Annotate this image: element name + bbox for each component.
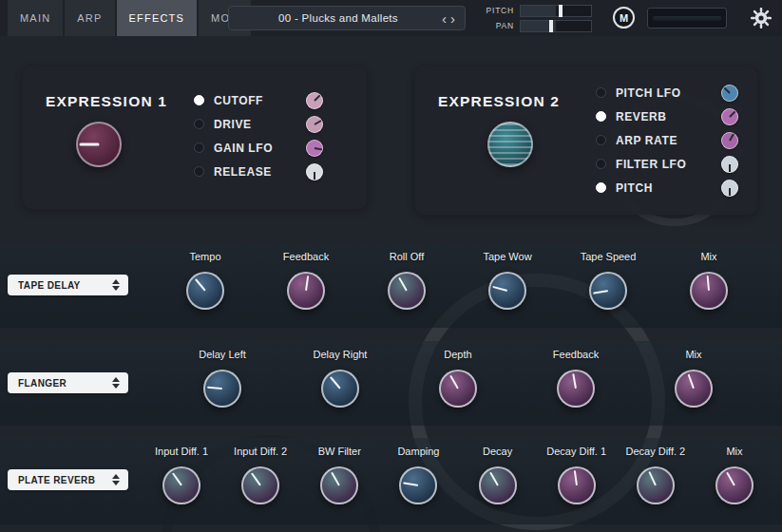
option-radio[interactable] xyxy=(194,142,204,153)
master-slider[interactable] xyxy=(647,8,727,28)
fx-row-flanger: FLANGER Delay LeftDelay RightDepthFeedba… xyxy=(0,341,782,426)
top-bar: MAINARPEFFECTSMOD 00 - Plucks and Mallet… xyxy=(0,0,782,36)
mute-button[interactable]: M xyxy=(613,7,635,28)
expression-option-filter-lfo[interactable]: FILTER LFO xyxy=(596,152,738,176)
knob-decay-diff-2[interactable] xyxy=(637,466,675,504)
knob-label: Delay Left xyxy=(199,349,246,364)
fx-selector-label: FLANGER xyxy=(18,378,67,389)
knob-input-diff-2[interactable] xyxy=(241,466,279,504)
knob-delay-right[interactable] xyxy=(321,370,359,408)
knob-cell: Decay Diff. 2 xyxy=(618,446,694,504)
updown-arrows-icon xyxy=(112,279,120,291)
knob-mix[interactable] xyxy=(715,466,753,504)
expression-option-drive[interactable]: DRIVE xyxy=(194,112,323,136)
option-radio[interactable] xyxy=(596,135,606,145)
option-knob[interactable] xyxy=(306,116,323,133)
expression1-options: CUTOFFDRIVEGAIN LFORELEASE xyxy=(194,88,323,183)
expression1-knob[interactable] xyxy=(76,122,122,167)
knob-tape-speed[interactable] xyxy=(589,272,627,310)
knob-needle xyxy=(707,276,710,291)
preset-prev-icon[interactable]: ‹ xyxy=(440,11,448,26)
knob-label: Delay Right xyxy=(314,349,368,364)
knob-decay[interactable] xyxy=(479,466,517,504)
knob-cell: Decay xyxy=(460,446,536,504)
knob-cell: Tape Speed xyxy=(566,251,650,310)
option-radio[interactable] xyxy=(596,87,606,98)
updown-arrows-icon xyxy=(112,377,120,389)
option-knob[interactable] xyxy=(306,163,323,180)
knob-needle xyxy=(489,472,499,486)
fx-selector-plate-reverb[interactable]: PLATE REVERB xyxy=(8,469,128,490)
knob-label: BW Filter xyxy=(318,446,361,461)
knob-cell: Roll Off xyxy=(365,251,448,310)
option-knob[interactable] xyxy=(721,180,738,197)
plugin-window: MAINARPEFFECTSMOD 00 - Plucks and Mallet… xyxy=(0,0,782,532)
knob-label: Decay Diff. 2 xyxy=(625,446,685,461)
expression-option-release[interactable]: RELEASE xyxy=(194,160,323,183)
fx-selector-label: PLATE REVERB xyxy=(18,475,95,485)
knob-needle xyxy=(251,472,261,485)
option-radio[interactable] xyxy=(194,119,204,129)
knob-cell: Mix xyxy=(696,446,772,504)
master-slider-slot xyxy=(653,16,721,21)
knob-cell: Depth xyxy=(416,349,500,408)
knob-cell: BW Filter xyxy=(301,446,377,504)
knob-needle xyxy=(492,286,507,292)
knob-needle xyxy=(207,387,222,390)
knob-needle xyxy=(688,374,695,390)
knob-input-diff-1[interactable] xyxy=(162,466,200,504)
knob-needle xyxy=(172,472,182,485)
expression2-knob[interactable] xyxy=(487,122,533,167)
expression2-panel: EXPRESSION 2 PITCH LFOREVERBARP RATEFILT… xyxy=(415,66,757,215)
knob-cell: Damping xyxy=(380,446,456,504)
knob-tempo[interactable] xyxy=(186,272,224,310)
preset-selector[interactable]: 00 - Plucks and Mallets ‹ › xyxy=(228,6,466,30)
knob-needle xyxy=(398,277,408,292)
option-knob[interactable] xyxy=(721,108,738,125)
knob-decay-diff-1[interactable] xyxy=(558,466,596,504)
settings-gear-icon[interactable] xyxy=(750,7,772,29)
tab-effects[interactable]: EFFECTS xyxy=(117,0,198,36)
option-knob[interactable] xyxy=(721,156,738,173)
option-knob[interactable] xyxy=(721,132,738,149)
fx-selector-flanger[interactable]: FLANGER xyxy=(8,372,128,393)
knob-needle xyxy=(330,376,341,390)
expression-option-reverb[interactable]: REVERB xyxy=(596,104,738,128)
preset-next-icon[interactable]: › xyxy=(448,11,457,26)
expression-option-arp-rate[interactable]: ARP RATE xyxy=(596,128,738,152)
knob-depth[interactable] xyxy=(439,370,477,408)
option-radio[interactable] xyxy=(194,166,204,177)
knob-mix[interactable] xyxy=(675,370,713,408)
option-knob[interactable] xyxy=(306,140,323,157)
knob-roll-off[interactable] xyxy=(388,272,426,310)
knob-feedback[interactable] xyxy=(287,272,325,310)
knob-delay-left[interactable] xyxy=(203,370,241,408)
expression-option-pitch[interactable]: PITCH xyxy=(596,176,738,200)
expression-option-pitch-lfo[interactable]: PITCH LFO xyxy=(596,81,738,104)
option-label: FILTER LFO xyxy=(616,158,721,171)
tab-arp[interactable]: ARP xyxy=(65,0,114,36)
pitch-slider-handle[interactable] xyxy=(559,5,563,17)
option-radio[interactable] xyxy=(596,111,606,122)
knob-label: Mix xyxy=(726,446,742,461)
tab-main[interactable]: MAIN xyxy=(8,0,63,36)
option-knob[interactable] xyxy=(721,85,738,102)
fx-selector-tape-delay[interactable]: TAPE DELAY xyxy=(8,275,128,295)
knob-damping[interactable] xyxy=(399,466,437,504)
knob-tape-wow[interactable] xyxy=(488,272,526,310)
option-label: ARP RATE xyxy=(616,134,721,147)
knob-feedback[interactable] xyxy=(557,370,595,408)
pitch-slider[interactable] xyxy=(520,5,592,17)
fx-selector-label: TAPE DELAY xyxy=(18,280,81,291)
expression-option-gain-lfo[interactable]: GAIN LFO xyxy=(194,136,323,160)
option-radio[interactable] xyxy=(596,182,606,193)
option-knob[interactable] xyxy=(306,92,323,109)
knob-bw-filter[interactable] xyxy=(320,466,358,504)
option-radio[interactable] xyxy=(596,159,606,169)
knob-cell: Feedback xyxy=(264,251,348,310)
option-radio[interactable] xyxy=(194,95,204,105)
knob-mix[interactable] xyxy=(690,272,728,310)
expression-option-cutoff[interactable]: CUTOFF xyxy=(194,88,323,112)
pan-slider[interactable] xyxy=(520,20,592,32)
pan-slider-handle[interactable] xyxy=(549,20,553,32)
